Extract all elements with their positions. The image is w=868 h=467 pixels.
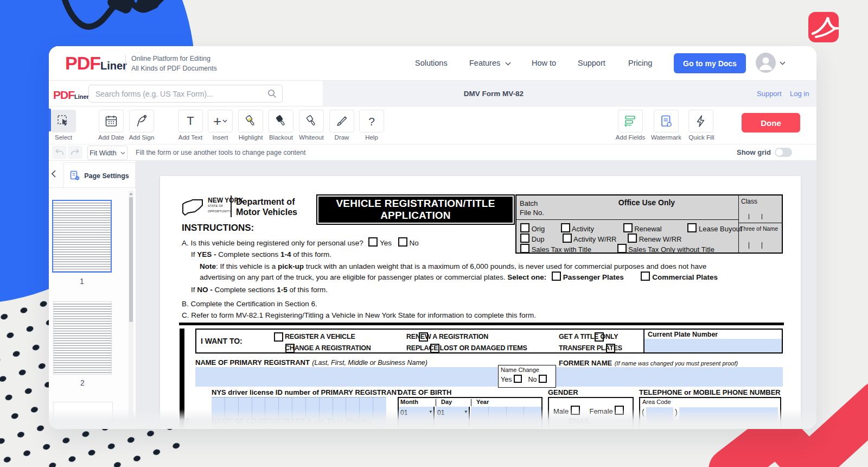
phone-number-field[interactable]: [679, 407, 778, 424]
page-settings-label: Page Settings: [84, 172, 129, 180]
blackout-button[interactable]: [269, 110, 293, 132]
male-checkbox[interactable]: [571, 406, 580, 415]
document-page: NEW YORK STATE OF OPPORTUNITY. Departmen…: [160, 176, 801, 429]
primary-registrant-hint: (Last, First, Middle or Business Name): [312, 359, 427, 367]
zoom-mode-dropdown[interactable]: Fit Width: [87, 146, 127, 160]
class-label: Class: [741, 198, 757, 205]
page-settings-icon: [70, 171, 80, 181]
page-settings-tab[interactable]: Page Settings: [63, 162, 136, 188]
activity-checkbox[interactable]: [561, 223, 570, 232]
select-tool-button[interactable]: [51, 110, 76, 132]
name-change-no-label: No: [528, 376, 537, 383]
sidebar-divider: [49, 187, 136, 188]
lease-buyout-checkbox[interactable]: [687, 223, 697, 232]
scrollbar-thumb[interactable]: [129, 197, 133, 322]
if-yes-5: of this form.: [291, 250, 331, 258]
name-change-label: Name Change: [501, 367, 556, 373]
instruction-c: C. Refer to form MV-82.1 Registering/Tit…: [182, 311, 536, 319]
month-select[interactable]: 01 ▾: [399, 407, 435, 428]
chevron-down-icon[interactable]: [780, 61, 786, 65]
renew-wrr-checkbox[interactable]: [628, 234, 637, 243]
page-thumbnail-1[interactable]: [52, 200, 112, 273]
pdfliner-logo[interactable]: PDFLiner: [65, 53, 127, 74]
lease-buyout-label: Lease Buyout: [699, 225, 742, 233]
dob-label: DATE OF BIRTH: [398, 388, 451, 396]
name-change-no-checkbox[interactable]: [539, 375, 547, 383]
dup-checkbox[interactable]: [520, 234, 529, 243]
transfer-plates-label: TRANSFER PLATES: [559, 344, 622, 352]
add-date-button[interactable]: [99, 110, 124, 132]
commercial-plates-checkbox[interactable]: [641, 272, 650, 281]
page-thumbnail-3[interactable]: [53, 402, 113, 429]
day-value: 01: [437, 409, 444, 416]
renewal-checkbox[interactable]: [623, 223, 633, 232]
help-button[interactable]: ?: [359, 110, 384, 132]
done-button[interactable]: Done: [742, 113, 800, 132]
scroll-up-icon[interactable]: [129, 192, 133, 196]
passenger-plates-label: Passenger Plates: [563, 273, 624, 281]
nav-support[interactable]: Support: [578, 59, 605, 67]
orig-checkbox[interactable]: [520, 223, 529, 232]
support-link[interactable]: Support: [757, 90, 782, 98]
sidebar-scrollbar[interactable]: [129, 191, 133, 429]
quick-fill-button[interactable]: [688, 110, 713, 132]
sales-tax-title-checkbox[interactable]: [520, 244, 529, 253]
batch-label: Batch: [520, 199, 538, 207]
go-to-my-docs-button[interactable]: Go to my Docs: [674, 53, 746, 73]
nav-features[interactable]: Features: [469, 59, 500, 67]
signature-pen-icon: [135, 114, 149, 128]
office-row2: Dup Activity W/RR Renew W/RR: [520, 234, 681, 243]
current-plate-field[interactable]: [644, 339, 782, 352]
add-sign-button[interactable]: [129, 110, 154, 132]
i-want-to-label: I WANT TO:: [201, 337, 242, 345]
whiteout-button[interactable]: [299, 110, 324, 132]
highlight-button[interactable]: [238, 110, 263, 132]
day-select[interactable]: 01 ▾: [436, 407, 470, 428]
personal-use-yes-checkbox[interactable]: [368, 237, 378, 247]
class-divider: [738, 223, 782, 223]
if-yes-3: Complete sections: [216, 250, 281, 258]
draw-button[interactable]: [329, 110, 354, 132]
add-text-button[interactable]: T: [178, 110, 203, 132]
insert-button[interactable]: +: [208, 110, 233, 132]
undo-button[interactable]: [52, 146, 67, 159]
note-t2: truck with an unladen weight that is a m…: [304, 262, 706, 270]
header-divider: [125, 55, 126, 72]
year-field[interactable]: [471, 407, 541, 428]
note-bold: Note: [200, 262, 216, 270]
logo-liner-text: Liner: [100, 60, 127, 72]
nav-pricing[interactable]: Pricing: [628, 59, 652, 67]
activity-wrr-checkbox[interactable]: [563, 234, 572, 243]
pdfliner-mini-logo[interactable]: PDFLiner: [53, 89, 89, 102]
add-fields-button[interactable]: [618, 110, 643, 132]
sales-tax-only-checkbox[interactable]: [617, 244, 627, 253]
area-code-field[interactable]: [646, 407, 673, 424]
nav-solutions[interactable]: Solutions: [415, 59, 448, 67]
primary-registrant-field[interactable]: [195, 367, 783, 387]
if-yes-1: If: [191, 250, 197, 258]
name-change-yes-checkbox[interactable]: [514, 375, 522, 383]
add-fields-icon: [623, 114, 637, 128]
search-icon[interactable]: [267, 89, 277, 98]
avatar[interactable]: [756, 53, 776, 73]
title-only-label: GET A TITLE ONLY: [559, 333, 618, 340]
personal-use-no-checkbox[interactable]: [398, 237, 407, 247]
page-thumbnail-2[interactable]: [53, 301, 112, 375]
replace-items-label: REPLACE LOST OR DAMAGED ITEMS: [406, 344, 527, 352]
section-1-bar: [180, 329, 184, 429]
search-input[interactable]: [88, 85, 283, 103]
female-checkbox[interactable]: [615, 406, 624, 415]
show-grid-toggle[interactable]: [775, 148, 792, 157]
yes-label: Yes: [380, 239, 392, 247]
section-rule: [179, 323, 784, 325]
nav-how-to[interactable]: How to: [532, 59, 556, 67]
brand-tagline: Online Platform for Editing All Kinds of…: [131, 54, 217, 73]
redo-button[interactable]: [68, 146, 82, 159]
login-link[interactable]: Log in: [790, 90, 809, 98]
watermark-button[interactable]: [654, 110, 679, 132]
renew-wrr-label: Renew W/RR: [639, 235, 682, 243]
insert-label: Insert: [204, 134, 237, 141]
collapse-sidebar-icon[interactable]: [51, 170, 56, 178]
passenger-plates-checkbox[interactable]: [552, 272, 561, 281]
register-vehicle-checkbox[interactable]: [274, 332, 283, 342]
